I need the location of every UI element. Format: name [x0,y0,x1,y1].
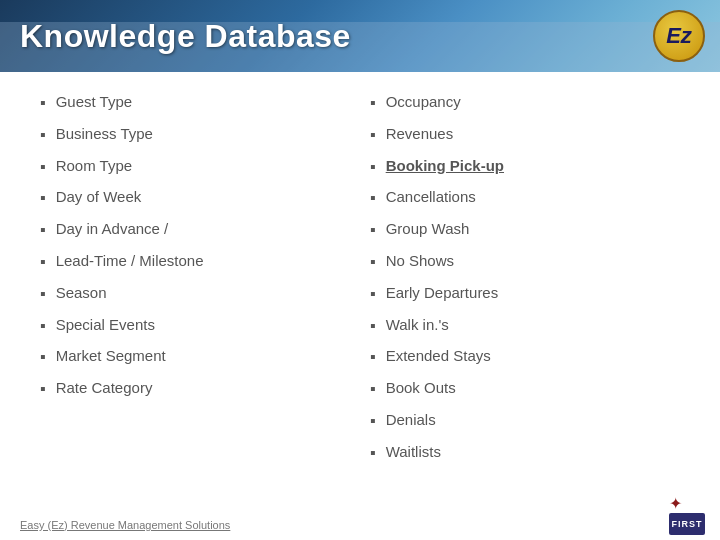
footer-mark-icon: ✦ [669,495,682,512]
bullet-icon: ▪ [40,125,46,146]
bullet-icon: ▪ [40,252,46,273]
item-label: Revenues [386,124,454,144]
item-label: Room Type [56,156,132,176]
bullet-icon: ▪ [40,316,46,337]
main-content: ▪ Guest Type ▪ Business Type ▪ Room Type… [0,72,720,494]
bullet-icon: ▪ [370,284,376,305]
item-label: Rate Category [56,378,153,398]
list-item: ▪ Special Events [40,315,350,337]
list-item: ▪ Book Outs [370,378,680,400]
bullet-icon: ▪ [370,379,376,400]
footer-logo: ✦ FIRST [669,494,705,535]
list-item: ▪ Guest Type [40,92,350,114]
header-logo: Ez [653,10,705,62]
item-label: Denials [386,410,436,430]
bullet-icon: ▪ [370,252,376,273]
bullet-icon: ▪ [40,157,46,178]
list-item: ▪ Cancellations [370,187,680,209]
left-column: ▪ Guest Type ▪ Business Type ▪ Room Type… [30,92,360,474]
bullet-icon: ▪ [370,411,376,432]
item-label: Group Wash [386,219,470,239]
item-label: Occupancy [386,92,461,112]
bullet-icon: ▪ [40,379,46,400]
list-item: ▪ Early Departures [370,283,680,305]
item-label: Cancellations [386,187,476,207]
list-item: ▪ Walk in.'s [370,315,680,337]
list-item: ▪ Season [40,283,350,305]
list-item: ▪ Day of Week [40,187,350,209]
item-label: Day in Advance / [56,219,169,239]
bullet-icon: ▪ [370,220,376,241]
first-logo-text: FIRST [672,519,703,529]
list-item: ▪ Booking Pick-up [370,156,680,178]
item-label: Market Segment [56,346,166,366]
list-item: ▪ Waitlists [370,442,680,464]
bullet-icon: ▪ [40,284,46,305]
bullet-icon: ▪ [40,93,46,114]
list-item: ▪ Extended Stays [370,346,680,368]
right-column: ▪ Occupancy ▪ Revenues ▪ Booking Pick-up… [360,92,690,474]
page-header: Knowledge Database Ez [0,0,720,72]
list-item: ▪ Revenues [370,124,680,146]
item-label: Guest Type [56,92,132,112]
bullet-icon: ▪ [370,125,376,146]
bullet-icon: ▪ [40,220,46,241]
bullet-icon: ▪ [370,443,376,464]
bullet-icon: ▪ [370,316,376,337]
list-item: ▪ Room Type [40,156,350,178]
ez-logo: Ez [653,10,705,62]
item-label: No Shows [386,251,454,271]
bullet-icon: ▪ [370,93,376,114]
list-item: ▪ Business Type [40,124,350,146]
bullet-icon: ▪ [370,188,376,209]
item-label: Walk in.'s [386,315,449,335]
item-label: Booking Pick-up [386,156,504,176]
item-label: Waitlists [386,442,441,462]
list-item: ▪ Denials [370,410,680,432]
item-label: Special Events [56,315,155,335]
list-item: ▪ Occupancy [370,92,680,114]
item-label: Early Departures [386,283,499,303]
item-label: Lead-Time / Milestone [56,251,204,271]
footer: Easy (Ez) Revenue Management Solutions ✦… [0,510,720,540]
bullet-icon: ▪ [370,347,376,368]
item-label: Day of Week [56,187,142,207]
item-label: Business Type [56,124,153,144]
footer-text: Easy (Ez) Revenue Management Solutions [20,519,230,531]
bullet-icon: ▪ [40,347,46,368]
list-item: ▪ Rate Category [40,378,350,400]
list-item: ▪ Market Segment [40,346,350,368]
bullet-icon: ▪ [40,188,46,209]
item-label: Season [56,283,107,303]
list-item: ▪ Lead-Time / Milestone [40,251,350,273]
list-item: ▪ Group Wash [370,219,680,241]
page-title: Knowledge Database [20,18,351,55]
first-logo-box: FIRST [669,513,705,535]
bullet-icon: ▪ [370,157,376,178]
list-item: ▪ Day in Advance / [40,219,350,241]
list-item: ▪ No Shows [370,251,680,273]
item-label: Book Outs [386,378,456,398]
item-label: Extended Stays [386,346,491,366]
